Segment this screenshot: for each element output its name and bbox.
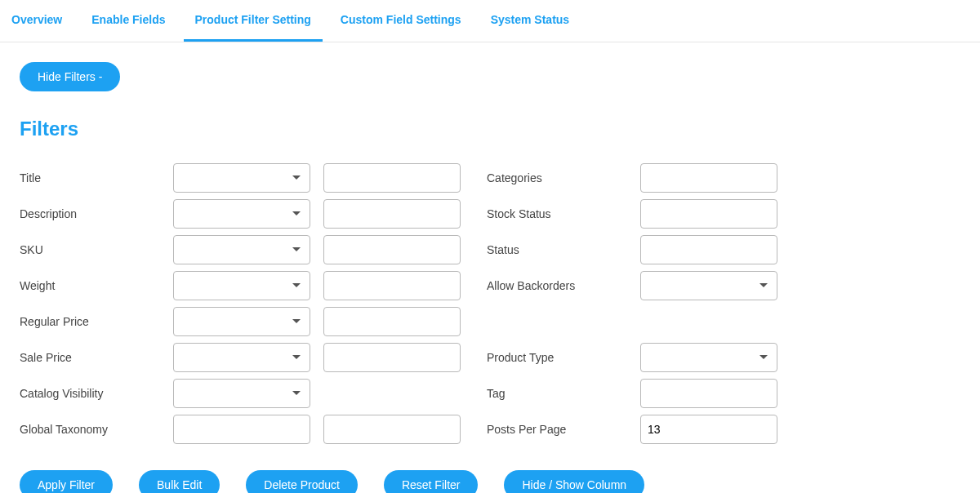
tab-enable-fields[interactable]: Enable Fields (80, 0, 176, 42)
weight-input[interactable] (323, 271, 461, 300)
filter-row-allow-backorders: Allow Backorders (487, 271, 777, 300)
filter-row-product-type: Product Type (487, 343, 777, 372)
filter-row-global-taxonomy: Global Taxonomy (20, 415, 461, 444)
filter-label: Categories (487, 171, 640, 184)
weight-operator-select[interactable] (173, 271, 310, 300)
filter-row-description: Description (20, 199, 461, 229)
filter-label: Weight (20, 279, 173, 292)
categories-input[interactable] (640, 163, 777, 193)
filters-heading: Filters (20, 118, 748, 140)
filter-row-status: Status (487, 235, 777, 264)
filter-row-regular-price: Regular Price (20, 307, 461, 336)
filter-row-title: Title (20, 163, 461, 193)
bulk-edit-button[interactable]: Bulk Edit (139, 470, 220, 493)
filter-label: Allow Backorders (487, 279, 640, 292)
filter-label: Title (20, 171, 173, 184)
filter-row-blank (487, 307, 777, 336)
filter-row-sale-price: Sale Price (20, 343, 461, 372)
filter-label: Product Type (487, 351, 640, 364)
filters-left-column: Title Description SKU (20, 163, 461, 451)
filter-row-catalog-visibility: Catalog Visibility (20, 379, 461, 408)
global-taxonomy-input-2[interactable] (323, 415, 461, 444)
stock-status-input[interactable] (640, 199, 777, 229)
regular-price-input[interactable] (323, 307, 461, 336)
catalog-visibility-select[interactable] (173, 379, 310, 408)
allow-backorders-select[interactable] (640, 271, 777, 300)
hide-show-column-button[interactable]: Hide / Show Column (504, 470, 644, 493)
regular-price-operator-select[interactable] (173, 307, 310, 336)
tab-product-filter-setting[interactable]: Product Filter Setting (184, 0, 323, 42)
posts-per-page-input[interactable] (640, 415, 777, 444)
filters-grid: Title Description SKU (20, 163, 748, 451)
tab-system-status[interactable]: System Status (479, 0, 581, 42)
tab-custom-field-settings[interactable]: Custom Field Settings (329, 0, 473, 42)
tab-bar: Overview Enable Fields Product Filter Se… (0, 0, 980, 42)
filter-row-sku: SKU (20, 235, 461, 264)
filter-label: Stock Status (487, 207, 640, 220)
tab-overview[interactable]: Overview (0, 0, 74, 42)
filters-right-column: Categories Stock Status Status Allow Bac… (487, 163, 777, 451)
filter-row-tag: Tag (487, 379, 777, 408)
tag-input[interactable] (640, 379, 777, 408)
filter-label: Global Taxonomy (20, 423, 173, 436)
filter-row-stock-status: Stock Status (487, 199, 777, 229)
action-bar: Apply Filter Bulk Edit Delete Product Re… (20, 470, 748, 493)
content-area: Hide Filters - Filters Title Description… (0, 42, 768, 493)
filter-label: Sale Price (20, 351, 173, 364)
filter-row-categories: Categories (487, 163, 777, 193)
sale-price-input[interactable] (323, 343, 461, 372)
description-input[interactable] (323, 199, 461, 229)
filter-label: Description (20, 207, 173, 220)
delete-product-button[interactable]: Delete Product (246, 470, 358, 493)
reset-filter-button[interactable]: Reset Filter (384, 470, 479, 493)
filter-label: Status (487, 243, 640, 256)
sku-operator-select[interactable] (173, 235, 310, 264)
filter-label: Regular Price (20, 315, 173, 328)
title-input[interactable] (323, 163, 461, 193)
filter-label: Posts Per Page (487, 423, 640, 436)
apply-filter-button[interactable]: Apply Filter (20, 470, 113, 493)
toggle-filters-button[interactable]: Hide Filters - (20, 62, 120, 91)
filter-label: Tag (487, 387, 640, 400)
filter-label: Catalog Visibility (20, 387, 173, 400)
title-operator-select[interactable] (173, 163, 310, 193)
product-type-select[interactable] (640, 343, 777, 372)
filter-row-posts-per-page: Posts Per Page (487, 415, 777, 444)
status-input[interactable] (640, 235, 777, 264)
global-taxonomy-input-1[interactable] (173, 415, 310, 444)
filter-label: SKU (20, 243, 173, 256)
sku-input[interactable] (323, 235, 461, 264)
filter-row-weight: Weight (20, 271, 461, 300)
sale-price-operator-select[interactable] (173, 343, 310, 372)
description-operator-select[interactable] (173, 199, 310, 229)
